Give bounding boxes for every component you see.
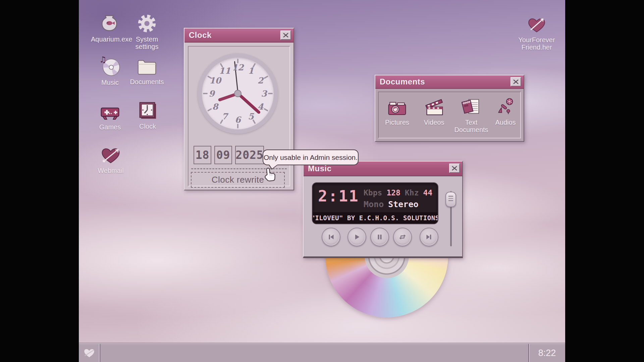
clock-window: Clock 121234567891011 18 09 2025 Clock r… bbox=[184, 28, 294, 190]
documents-window-titlebar[interactable]: Documents bbox=[375, 75, 524, 89]
desktop-icon-label: YourForever Friend.her bbox=[517, 36, 557, 51]
next-button[interactable] bbox=[420, 228, 438, 246]
documents-item-label: Text Documents bbox=[453, 119, 490, 133]
screen: Aquarium.exe System settings ♫ Music Doc… bbox=[0, 0, 644, 362]
clock-numeral: 3 bbox=[261, 89, 267, 99]
mono-indicator: Mono bbox=[364, 199, 384, 209]
desktop-icon-clock[interactable]: Clock bbox=[129, 99, 166, 130]
close-icon bbox=[451, 166, 458, 171]
documents-item-label: Pictures bbox=[379, 119, 416, 126]
khz-label: Khz bbox=[405, 188, 419, 197]
start-button[interactable] bbox=[79, 344, 100, 362]
notepad-icon bbox=[453, 96, 490, 116]
desktop-icon-label: Documents bbox=[128, 78, 165, 85]
music-window-close-button[interactable] bbox=[449, 164, 460, 173]
clock-numeral: 6 bbox=[235, 115, 240, 125]
repeat-button[interactable] bbox=[393, 228, 412, 246]
svg-text:♫: ♫ bbox=[99, 55, 107, 64]
music-window: Music 2:11 Kbps 128 Khz 44 Mono Stereo "… bbox=[303, 161, 463, 258]
desktop-icon-label: Webmail bbox=[92, 167, 129, 174]
taskbar-clock[interactable]: 8:22 bbox=[528, 344, 565, 362]
tooltip-text: Only usable in Admin session. bbox=[264, 154, 358, 162]
clock-numeral: 9 bbox=[209, 89, 214, 99]
close-icon bbox=[283, 33, 289, 38]
previous-button[interactable] bbox=[322, 228, 340, 246]
kbps-value: 128 bbox=[386, 188, 400, 197]
gear-icon bbox=[128, 11, 165, 34]
desktop-icon-webmail[interactable]: Webmail bbox=[92, 143, 129, 174]
documents-item-text-documents[interactable]: Text Documents bbox=[453, 96, 490, 133]
track-title-marquee: "ILOVEU" BY E.C.H.O.S. SOLUTIONS bbox=[313, 212, 438, 224]
documents-item-pictures[interactable]: Pictures bbox=[379, 96, 416, 126]
desktop-icon-music[interactable]: ♫ Music bbox=[92, 55, 128, 86]
clock-window-close-button[interactable] bbox=[280, 31, 291, 40]
documents-panel: Pictures Videos Text Documents Audios bbox=[378, 92, 521, 138]
desktop-icon-games[interactable]: Games bbox=[92, 99, 128, 131]
desktop-icon-system-settings[interactable]: System settings bbox=[128, 11, 165, 51]
clock-numeral: 12 bbox=[232, 63, 244, 72]
desktop-icon-label: System settings bbox=[128, 36, 165, 51]
hand-cursor-icon bbox=[262, 166, 278, 184]
date-fields: 18 09 2025 bbox=[194, 146, 264, 164]
admin-tooltip: Only usable in Admin session. bbox=[263, 149, 359, 165]
date-month-field[interactable]: 09 bbox=[214, 146, 232, 164]
clock-numeral: 8 bbox=[212, 102, 218, 112]
camera-icon bbox=[379, 96, 416, 116]
desktop-icon-your-forever-friend[interactable]: YourForever Friend.her bbox=[517, 12, 557, 51]
clock-numeral: 4 bbox=[258, 102, 263, 112]
date-year-field[interactable]: 2025 bbox=[235, 146, 264, 164]
heart-arrow-icon bbox=[83, 348, 96, 358]
khz-value: 44 bbox=[423, 188, 432, 197]
pause-button[interactable] bbox=[370, 228, 389, 246]
desktop-icon-aquarium[interactable]: Aquarium.exe bbox=[91, 11, 128, 43]
documents-item-audios[interactable]: Audios bbox=[487, 96, 524, 126]
clapperboard-icon bbox=[416, 96, 452, 116]
desktop-icon-label: Games bbox=[92, 123, 128, 131]
player-lcd-display: 2:11 Kbps 128 Khz 44 Mono Stereo "ILOVEU… bbox=[312, 182, 438, 224]
play-button[interactable] bbox=[347, 228, 366, 246]
clock-numeral: 2 bbox=[258, 76, 263, 85]
desktop-icon-label: Clock bbox=[129, 123, 166, 130]
documents-window: Documents Pictures Videos T bbox=[375, 75, 524, 142]
repeat-icon bbox=[398, 233, 407, 241]
gamepad-icon bbox=[92, 99, 128, 121]
clock-numeral: 11 bbox=[219, 66, 231, 76]
documents-item-videos[interactable]: Videos bbox=[416, 96, 452, 126]
clock-center-hub bbox=[234, 90, 241, 97]
documents-item-label: Videos bbox=[416, 119, 452, 126]
desktop-icon-documents[interactable]: Documents bbox=[128, 54, 165, 85]
pillarbox-right bbox=[565, 0, 644, 362]
documents-window-close-button[interactable] bbox=[511, 77, 521, 86]
kbps-label: Kbps bbox=[364, 188, 382, 197]
pause-icon bbox=[376, 233, 384, 241]
taskbar: 8:22 bbox=[79, 343, 565, 362]
documents-window-title: Documents bbox=[380, 77, 425, 86]
square-clock-icon bbox=[129, 99, 166, 121]
date-day-field[interactable]: 18 bbox=[194, 146, 211, 164]
stereo-indicator: Stereo bbox=[388, 199, 418, 209]
elapsed-time: 2:11 bbox=[318, 187, 359, 205]
fishbowl-icon bbox=[91, 11, 128, 34]
documents-item-label: Audios bbox=[487, 119, 524, 126]
heart-arrow-icon bbox=[92, 143, 129, 165]
folder-icon bbox=[128, 54, 165, 76]
pillarbox-left bbox=[0, 0, 79, 362]
heart-arrow-icon bbox=[517, 12, 557, 34]
close-icon bbox=[513, 79, 519, 84]
next-icon bbox=[425, 233, 433, 241]
microphone-icon bbox=[487, 96, 524, 116]
desktop-icon-label: Music bbox=[92, 79, 128, 86]
previous-icon bbox=[327, 233, 335, 241]
cd-music-icon: ♫ bbox=[92, 55, 128, 77]
clock-face: 121234567891011 bbox=[198, 53, 278, 134]
play-icon bbox=[353, 233, 361, 241]
music-window-title: Music bbox=[308, 164, 332, 173]
volume-slider-thumb[interactable] bbox=[445, 192, 456, 207]
clock-window-titlebar[interactable]: Clock bbox=[184, 28, 293, 43]
clock-window-title: Clock bbox=[189, 31, 212, 40]
desktop-icon-label: Aquarium.exe bbox=[91, 36, 128, 43]
